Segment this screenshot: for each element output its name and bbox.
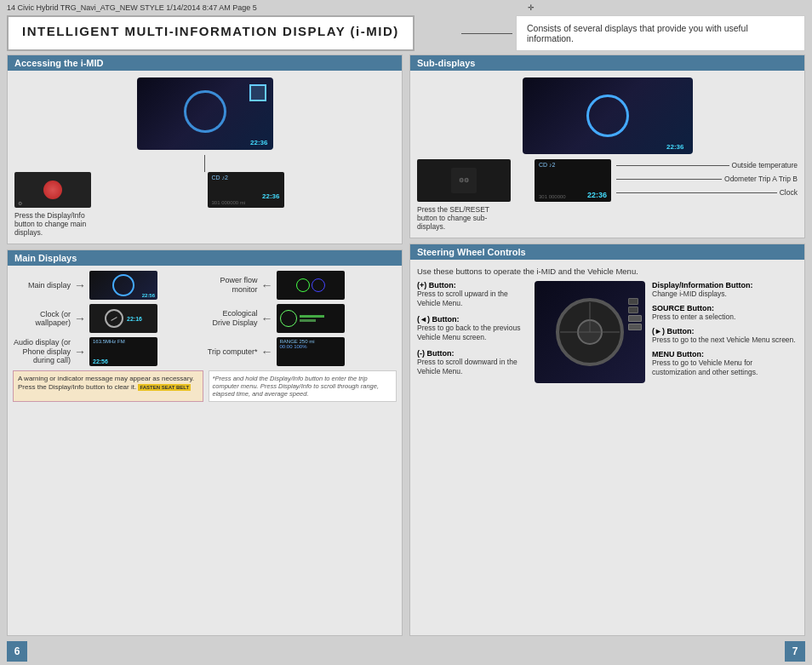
btn-minus-label: (-) Button: <box>417 349 528 358</box>
spoke-right <box>590 332 620 333</box>
main-displays-body: Main display → 22:56 Clock (or wallpaper… <box>8 266 402 407</box>
accessing-caption: Press the Display/Info button to change … <box>14 211 91 237</box>
btn-menu: MENU Button: Press to go to Vehicle Menu… <box>652 350 798 377</box>
dash-image-large: 22:36 <box>137 77 273 150</box>
steering-controls-panel: Steering Wheel Controls Use these button… <box>409 244 805 636</box>
spoke-left <box>560 332 590 333</box>
sub-dash-large: 22:36 <box>523 77 693 154</box>
steering-controls-header: Steering Wheel Controls <box>410 244 804 260</box>
gauge-circle <box>184 90 226 133</box>
trip-label: Trip computer* <box>207 347 258 357</box>
left-column: Accessing the i-MID 22:36 <box>7 54 403 636</box>
audio-display-thumb: 163.5MHz FM 22:56 <box>89 337 157 366</box>
btn-back-text: Press to go back to the previous Vehicle… <box>417 324 528 342</box>
ann-line-3 <box>616 192 777 193</box>
steering-wheel-image <box>535 281 645 383</box>
main-displays-header: Main Displays <box>8 250 402 266</box>
sub-inner: ⚙⚙ <box>451 168 477 193</box>
audio-label: Audio display (or Phone display during c… <box>13 338 71 365</box>
sub-right-area: CD ♪2 301 000000 22:36 <box>535 159 798 202</box>
sub-time2: 22:36 <box>587 191 607 199</box>
sub-cd-area: CD ♪2 301 000000 22:36 <box>535 159 611 202</box>
trip-thumb: RANGE 250 mi 00:00 100% <box>277 337 345 366</box>
ann-line-2 <box>616 179 722 180</box>
steering-intro: Use these buttons to operate the i-MID a… <box>417 267 798 276</box>
main-display-label: Main display <box>13 281 71 290</box>
dash-time: 22:36 <box>250 139 267 146</box>
btn-back: (◄) Button: Press to go back to the prev… <box>417 315 528 342</box>
displays-left-col: Main display → 22:56 Clock (or wallpaper… <box>13 271 203 366</box>
ann-text-1: Outside temperature <box>732 161 798 169</box>
audio-time: 22:56 <box>93 358 154 364</box>
connector-vert <box>204 155 205 172</box>
clock-time: 22:16 <box>127 316 142 322</box>
eco-entry: Ecological Drive Display ← <box>207 304 397 333</box>
powerflow-thumb <box>277 271 345 300</box>
accessing-bottom-right: CD ♪2 22:36 301 000000 mi <box>208 172 396 208</box>
sub-time: 22:36 <box>666 143 683 151</box>
accessing-bottom: ⚙ Press the Display/Info button to chang… <box>14 172 395 237</box>
warning-icon: FASTEN SEAT BELT <box>138 384 191 391</box>
title-arrow-area <box>415 15 516 51</box>
sub-bottom: ⚙⚙ Press the SEL/RESET button to change … <box>417 159 798 231</box>
accessing-imid-header: Accessing the i-MID <box>8 55 402 71</box>
main-title: INTELLIGENT MULTI-INFORMATION DISPLAY (i… <box>7 15 415 51</box>
audio-display-entry: Audio display (or Phone display during c… <box>13 337 203 366</box>
small-dash-right: CD ♪2 22:36 301 000000 mi <box>208 172 284 208</box>
wheel-btn-3 <box>628 315 642 322</box>
annotation-1: Outside temperature <box>616 161 798 169</box>
ann-text-3: Clock <box>780 188 798 197</box>
btn-minus-text: Press to scroll downward in the Vehicle … <box>417 358 528 376</box>
arrow-right-2: → <box>74 312 86 325</box>
page-container: 14 Civic Hybrid TRG_Navi_ATG_NEW STYLE 1… <box>0 0 812 665</box>
time-sm: 22:56 <box>142 293 155 298</box>
sub-displays-body: 22:36 ⚙⚙ Press the SEL/RESET button to c… <box>410 71 804 238</box>
cd-label: CD ♪2 <box>212 175 280 181</box>
top-meta: 14 Civic Hybrid TRG_Navi_ATG_NEW STYLE 1… <box>0 0 812 15</box>
steering-layout: (+) Button: Press to scroll upward in th… <box>417 281 798 383</box>
btn-menu-label: MENU Button: <box>652 350 798 358</box>
accessing-imid-body: 22:36 ⚙ Press <box>8 71 402 244</box>
btn-forward-label: (►) Button: <box>652 327 798 335</box>
steering-buttons-left: (+) Button: Press to scroll upward in th… <box>417 281 528 383</box>
wheel-right-buttons <box>628 298 642 330</box>
warning-box: A warning or indicator message may appea… <box>13 370 203 402</box>
pf-circle2 <box>312 278 325 292</box>
btn-forward: (►) Button: Press to go to the next Vehi… <box>652 327 798 345</box>
sub-cd-label: CD ♪2 <box>539 162 607 168</box>
annotation-3: Clock <box>616 188 798 197</box>
eco-bar1 <box>300 315 324 318</box>
trip-entry: Trip computer* ← RANGE 250 mi 00:00 100% <box>207 337 397 366</box>
footnote-box: *Press and hold the Display/Info button … <box>209 370 397 402</box>
wheel-btn-4 <box>628 324 642 330</box>
steering-buttons-right: Display/Information Button: Change i-MID… <box>652 281 798 382</box>
btn-display-text: Change i-MID displays. <box>652 290 798 299</box>
annotation-2: Odometer Trip A Trip B <box>616 175 798 183</box>
warning-footnote-row: A warning or indicator message may appea… <box>13 370 397 402</box>
wheel-btn-2 <box>628 307 638 313</box>
main-displays-panel: Main Displays Main display → 22:56 <box>7 249 403 636</box>
trip-text2: 00:00 100% <box>280 344 341 349</box>
right-column: Sub-displays 22:36 ⚙⚙ <box>409 54 805 636</box>
clock-display-thumb: 22:16 <box>89 304 157 333</box>
title-row: INTELLIGENT MULTI-INFORMATION DISPLAY (i… <box>7 15 805 51</box>
arrow-right-3: → <box>74 345 86 358</box>
person-icon-indicator: ⚙ <box>18 200 22 206</box>
title-connector <box>461 33 512 34</box>
pink-blob <box>43 181 62 199</box>
btn-back-label: (◄) Button: <box>417 315 528 324</box>
mileage-label: 301 000000 mi <box>212 200 280 205</box>
powerflow-entry: Power flow monitor ← <box>207 271 397 300</box>
ann-line-1 <box>616 165 729 166</box>
sub-caption: Press the SEL/RESET button to change sub… <box>417 205 511 231</box>
cd-spacer <box>212 181 280 192</box>
spacer-bottom <box>396 641 416 662</box>
sub-gauge <box>586 95 629 137</box>
sub-mileage: 301 000000 <box>539 194 566 199</box>
time-label: 22:36 <box>212 192 280 200</box>
audio-spacer <box>93 344 154 358</box>
sub-cd-spacer <box>539 168 607 191</box>
ann-text-2: Odometer Trip A Trip B <box>724 175 798 183</box>
btn-forward-text: Press to go to the next Vehicle Menu scr… <box>652 335 798 345</box>
wheel-btn-1 <box>628 298 638 305</box>
